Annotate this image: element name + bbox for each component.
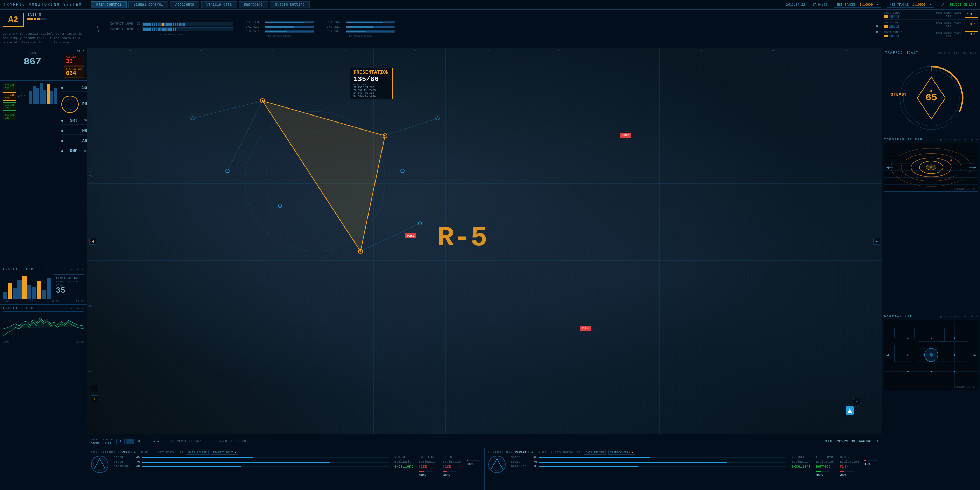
coord-0: 20.7532 74.332 [353, 86, 389, 89]
floating-sub: VISUALIZATION DATA [56, 280, 82, 286]
zoom-plus-button[interactable]: + [91, 396, 98, 402]
back-bottom-icon[interactable]: ◀ [157, 439, 159, 443]
nav-left-icon[interactable]: ◀ [89, 238, 96, 245]
play-label: ▶ [91, 25, 105, 29]
list-item: KNG SRT [61, 148, 90, 155]
zone-id-box: A2 [3, 13, 24, 27]
health-gauge-container: 65 STEADY [889, 56, 974, 133]
coord-2: 24.648 -39.032 [353, 92, 389, 94]
steady-label: STEADY [891, 92, 907, 97]
list-item: POI-037 [246, 30, 314, 33]
svg-line-14 [385, 118, 438, 136]
traffic-flow-title: TRAFFIC FLOW update per minute [3, 307, 84, 310]
signal-val-b21: 67.3 [18, 94, 27, 99]
digital-title: DIGITAL MAP update per minute [884, 315, 978, 318]
signal-badge-d21: SIGNALD21 [3, 112, 16, 120]
list-item: SIGNALA21 [3, 83, 27, 91]
stats-panel: TOTAL 867 89.0 ACCIDENT 33 TRAFFIC JAM 0… [0, 47, 87, 81]
traffic-flow-section: TRAFFIC FLOW update per minute 8:00 16:0… [0, 304, 87, 490]
nav-up-icon[interactable]: ▲ [876, 23, 878, 29]
expand-icon[interactable]: ⤢ [941, 2, 945, 7]
eval1-circle [91, 456, 108, 473]
traffic-peak-section: TRAFFIC PEAK update per minute [0, 266, 87, 304]
top-bar: TRAFFIC MONITORING SYSTEM Main control S… [0, 0, 980, 10]
digital-right-icon[interactable]: ▶ [974, 352, 976, 358]
svg-point-67 [954, 371, 955, 372]
topo-search-icon[interactable]: ⌕ [929, 164, 933, 171]
tab-system-setting[interactable]: System setting [270, 2, 310, 8]
tab-accidents[interactable]: Accidents [170, 2, 199, 8]
pos-marker-3: POS3 [580, 326, 591, 331]
tab-vehicle-data[interactable]: Vehicle data [201, 2, 237, 8]
list-item: STATE OUTPUT MAIN SYSTEM.MAJOR SAT OUT.1 [884, 11, 978, 20]
eval2-traffic-only[interactable]: TRAFFIC ONLY ▾ [608, 450, 635, 455]
eval2-content: speed 45 state 76 behavior 40 [488, 456, 878, 488]
map-version: MAP VERSION: L321 [169, 440, 202, 443]
eval2-free-load: FREE LOAD Evaluation perfect 40% [816, 456, 835, 488]
svg-point-61 [931, 337, 932, 339]
eval1-header: EVALUATION1 PERFECT ▲ RT#1 —| DATA PORTA… [91, 450, 481, 455]
module-btn-2[interactable]: 2 [126, 439, 134, 444]
flow-chart [3, 312, 84, 339]
play-bottom-icon[interactable]: ▶ [154, 439, 155, 443]
svg-point-7 [226, 169, 229, 173]
eval2-data-filter[interactable]: DATA FILTER [584, 450, 606, 455]
topo-right-icon[interactable]: ▶ [974, 165, 976, 170]
list-item: SRT SAT [61, 117, 90, 125]
zoom-minus-button[interactable]: − [91, 385, 98, 392]
time-display: 17:04:36 [812, 3, 827, 6]
description-text: Contrary to popular belief, Lorem Ipsum … [0, 30, 87, 47]
sgd-srt: SRT [70, 118, 78, 123]
list-item: RUK-234 [326, 21, 395, 24]
digital-left-icon[interactable]: ◀ [886, 352, 889, 358]
net-tracks-2[interactable]: NET TRACKS 1:10000 ▾ [886, 2, 934, 8]
center-panel: ▶ ◀ BAYONET LOAD: GS [88, 10, 882, 490]
node-code-label: NODE-CODE [353, 83, 389, 86]
list-item: IKU-221 [246, 25, 314, 29]
total-label: TOTAL [3, 50, 62, 55]
eval1-other2: 10% [467, 456, 481, 488]
list-item: RHD [61, 94, 90, 115]
topographic-map-section: TOPOGRAPHIC MAP update per minute [882, 136, 980, 313]
signal-strength [27, 18, 46, 20]
traffic-peak-title: TRAFFIC PEAK update per minute [3, 268, 84, 271]
net-tracks-1[interactable]: NET TRACKS 1:10000 ▾ [834, 2, 881, 8]
date-display: 2019.04.12 [786, 3, 805, 6]
module-btn-1[interactable]: 1 [116, 439, 124, 444]
search-icon[interactable]: ⌕ [853, 398, 861, 406]
svg-point-9 [401, 169, 404, 173]
list-item: behavior 40 [511, 465, 786, 468]
module-buttons: 1 2 3 [116, 439, 143, 444]
list-item: BAYONET LOAD: GS [110, 22, 233, 26]
tab-main-control[interactable]: Main control [91, 2, 127, 8]
bayonet-left: BAYONET LOAD: GS [110, 22, 233, 36]
tab-signal-control[interactable]: Signal control [129, 2, 169, 8]
topo-map-view: ◀ ▶ TOPOGRAPHIC MAP ⌕ [884, 143, 978, 192]
flow-time-labels: 8:00 16:00 [3, 340, 84, 344]
eval1-data-filter[interactable]: DATA FILTER [186, 450, 208, 455]
eval1-block: EVALUATION1 PERFECT ▲ RT#1 —| DATA PORTA… [88, 449, 485, 490]
select-module-label: SELECT MODULE [91, 438, 113, 441]
topo-left-icon[interactable]: ◀ [886, 165, 889, 170]
tab-dashboard[interactable]: Dashboard [239, 2, 268, 8]
list-item: STATE OUTPUT MAIN SYSTEM.MAJOR SAT OUT.1 [884, 21, 978, 29]
traffic-jam-label: TRAFFIC JAM [66, 68, 82, 70]
expand-icon-map[interactable]: ⊕ [877, 439, 878, 443]
select-module: SELECT MODULE SIGNAL: A111 [91, 438, 113, 445]
svg-line-13 [228, 101, 262, 171]
pos-marker-2: POS2 [620, 133, 631, 138]
list-item: RUK-234 [246, 21, 314, 24]
eval2-other: OTHER Evaluation risk 30% [840, 456, 859, 488]
map-area[interactable]: A0 A1 A2 A3 A4 A5 A6 A7 A8 A9 A10 10— 20… [88, 48, 882, 434]
module-btn-3[interactable]: 3 [135, 439, 143, 444]
svg-marker-17 [94, 458, 105, 469]
nav-right-icon[interactable]: ▶ [873, 238, 880, 245]
eval2-block: EVALUATION2 PERFECT ▲ RT#2 —| DATA PORTA… [485, 449, 882, 490]
health-title: TRAFFIC HEALTH update per minute [885, 51, 977, 55]
svg-point-3 [260, 99, 265, 103]
nav-down-icon[interactable]: ▼ [876, 29, 878, 35]
grid-labels-h: A0 A1 A2 A3 A4 A5 A6 A7 A8 A9 A10 [88, 49, 882, 52]
total-value: 867 [3, 56, 62, 67]
dot-icon [61, 130, 64, 132]
eval1-traffic-only[interactable]: TRAFFIC ONLY ▾ [211, 450, 238, 455]
